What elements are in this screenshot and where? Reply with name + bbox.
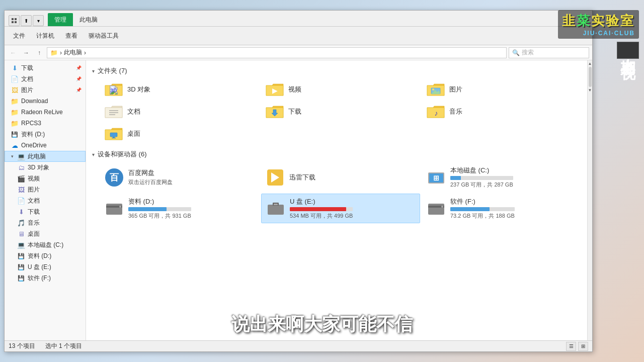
folder-music[interactable]: ♪ 音乐 (422, 102, 581, 122)
ribbon-drivers-btn[interactable]: 驱动器工具 (84, 30, 123, 42)
f-drive-icon: 💾 (17, 274, 25, 282)
brand-box: 本期导视 (617, 42, 639, 59)
folder-download[interactable]: 下载 (261, 102, 420, 122)
scroll-up-icon[interactable]: ▲ (588, 61, 592, 66)
sidebar-item-label: 视频 (28, 174, 40, 183)
svg-text:▶: ▶ (272, 86, 278, 95)
sidebar-item-images[interactable]: 🖼 图片 (5, 184, 86, 195)
up-button[interactable]: ↑ (34, 47, 45, 58)
sidebar-item-documents[interactable]: 📄 文档 (5, 195, 86, 206)
sidebar-item-music[interactable]: 🎵 音乐 (5, 217, 86, 228)
sidebar-item-video[interactable]: 🎬 视频 (5, 173, 86, 184)
breadcrumb-path: 此电脑 (64, 48, 82, 57)
ribbon-file-btn[interactable]: 文件 (9, 30, 30, 42)
brand-char-5: 室 (620, 13, 635, 28)
ribbon-view-btn[interactable]: 查看 (61, 30, 82, 42)
f-drive-space: 73.2 GB 可用，共 188 GB (450, 212, 515, 220)
folder-video[interactable]: ▶ 视频 (261, 79, 420, 100)
sidebar-item-c-drive[interactable]: 💻 本地磁盘 (C:) (5, 239, 86, 250)
video-icon: 🎬 (17, 174, 25, 183)
breadcrumb[interactable]: 📁 › 此电脑 › (47, 47, 507, 58)
sidebar-item-pics-pinned[interactable]: 🖼 图片 📌 (5, 84, 86, 96)
drives-toggle[interactable]: ▾ (92, 152, 95, 157)
baidu-sublabel: 双击运行百度网盘 (128, 178, 173, 186)
f-drive-info: 软件 (F:) 73.2 GB 可用，共 188 GB (450, 197, 515, 220)
e-drive-bar (290, 207, 346, 211)
folder-docs[interactable]: 文档 (100, 102, 259, 122)
scroll-thumb[interactable] (589, 67, 592, 87)
sidebar-item-e-drive[interactable]: 💾 U 盘 (E:) (5, 261, 86, 273)
svg-rect-14 (113, 137, 115, 138)
sidebar-item-3d-objects[interactable]: 🗂 3D 对象 (5, 162, 86, 173)
download-pinned-icon: ⬇ (11, 64, 19, 72)
qa-btn-2[interactable]: ⬆ (21, 15, 32, 26)
brand-char-1: 韭 (562, 13, 577, 28)
folder-desktop-label: 桌面 (127, 129, 140, 138)
xunlei-icon (265, 167, 285, 188)
drive-baidu[interactable]: 百 百度网盘 双击运行百度网盘 (100, 163, 259, 192)
explorer-window: ⬆ ▾ 管理 此电脑 文件 计算机 查看 驱动器工具 ← → ↑ 📁 › 此电脑… (4, 10, 593, 352)
sidebar-item-download-folder[interactable]: 📁 Download (5, 96, 86, 107)
svg-rect-13 (110, 133, 117, 137)
sidebar-item-docs-pinned[interactable]: 📄 文档 📌 (5, 73, 86, 84)
tile-view-btn[interactable]: ⊞ (578, 342, 588, 351)
drive-e[interactable]: U 盘 (E:) 534 MB 可用，共 499 GB (261, 194, 420, 223)
tab-manage[interactable]: 管理 (48, 13, 73, 26)
sidebar-item-desktop[interactable]: 🖥 桌面 (5, 228, 86, 239)
scroll-down-icon[interactable]: ▼ (588, 88, 592, 93)
forward-button[interactable]: → (21, 47, 32, 58)
folder-download-label: 下载 (288, 107, 301, 116)
folder-images[interactable]: 图片 (422, 79, 581, 100)
sidebar-item-label: 资料 (D:) (28, 252, 51, 260)
sidebar-item-label: 下载 (21, 64, 33, 72)
sidebar-item-download-pinned[interactable]: ⬇ 下载 📌 (5, 62, 86, 73)
qa-btn-1[interactable] (9, 15, 20, 26)
sidebar-item-onedrive[interactable]: ☁ OneDrive (5, 140, 86, 151)
drive-f[interactable]: 软件 (F:) 73.2 GB 可用，共 188 GB (422, 194, 581, 223)
folders-toggle[interactable]: ▾ (92, 68, 95, 74)
folders-section-header: ▾ 文件夹 (7) (92, 66, 581, 75)
folder-desktop[interactable]: 桌面 (100, 124, 259, 144)
f-drive-bar-container (450, 207, 515, 211)
sidebar-item-downloads[interactable]: ⬇ 下载 (5, 206, 86, 217)
ribbon-tab-bar: ⬆ ▾ 管理 此电脑 (5, 11, 592, 27)
d-drive-icon: 💾 (17, 252, 25, 260)
svg-point-8 (432, 88, 434, 90)
qa-btn-dropdown[interactable]: ▾ (33, 15, 44, 26)
list-view-btn[interactable]: ☰ (566, 342, 576, 351)
folder-3d[interactable]: 3D 3D 对象 (100, 79, 259, 100)
brand-char-2: 菜 (577, 13, 591, 28)
folder-images-icon (426, 81, 445, 98)
c-drive-space: 237 GB 可用，共 287 GB (450, 181, 513, 189)
drive-xunlei[interactable]: 迅雷下载 (261, 163, 420, 192)
f-drive-name: 软件 (F:) (450, 197, 515, 206)
subtitle: 说出来啊大家可能不信 (0, 312, 644, 337)
drive-d[interactable]: 资料 (D:) 365 GB 可用，共 931 GB (100, 194, 259, 223)
sidebar-item-radeon[interactable]: 📁 Radeon ReLive (5, 107, 86, 118)
folder-3d-icon: 3D (104, 81, 123, 98)
rpcs3-icon: 📁 (11, 119, 19, 127)
drive-c[interactable]: ⊞ 本地磁盘 (C:) 237 GB 可用，共 287 GB (422, 163, 581, 192)
tab-this-pc[interactable]: 此电脑 (73, 13, 104, 26)
e-drive-bar-container (290, 207, 353, 211)
ribbon-computer-btn[interactable]: 计算机 (32, 30, 59, 42)
ziyuan-d-icon: 💾 (11, 130, 19, 138)
sidebar-item-d-drive[interactable]: 💾 资料 (D:) (5, 250, 86, 261)
folder-3d-label: 3D 对象 (127, 85, 150, 94)
back-button[interactable]: ← (8, 47, 19, 58)
sidebar-item-label: 软件 (F:) (28, 274, 51, 283)
sidebar-item-ziyuan-d[interactable]: 💾 资料 (D:) (5, 129, 86, 140)
this-pc-icon: 💻 (17, 152, 25, 160)
quick-access-bar: ⬆ ▾ (9, 15, 44, 26)
pin-icon: 📌 (76, 87, 82, 93)
sidebar-item-label: OneDrive (21, 142, 47, 149)
sidebar-item-rpcs3[interactable]: 📁 RPCS3 (5, 118, 86, 129)
svg-rect-29 (428, 204, 444, 215)
drives-section-header: ▾ 设备和驱动器 (6) (92, 150, 581, 159)
sidebar-scrollbar[interactable]: ▲ ▼ (587, 60, 592, 340)
d-drive-info: 资料 (D:) 365 GB 可用，共 931 GB (128, 197, 191, 220)
ribbon-content: 文件 计算机 查看 驱动器工具 (5, 27, 592, 45)
sidebar-item-f-drive[interactable]: 💾 软件 (F:) (5, 273, 86, 284)
d-drive-bar (128, 207, 167, 211)
sidebar-item-this-pc[interactable]: ▾ 💻 此电脑 (5, 151, 86, 162)
